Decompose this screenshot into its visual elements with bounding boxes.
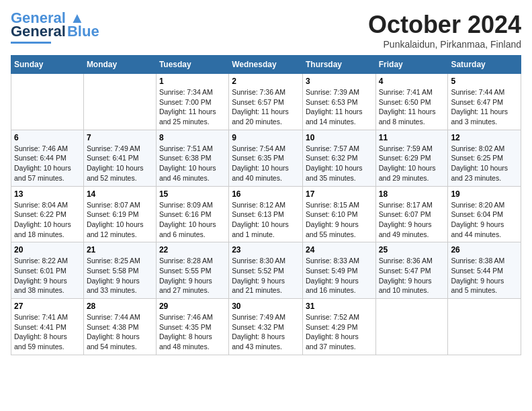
day-info: Sunrise: 8:12 AM Sunset: 6:13 PM Dayligh… <box>232 200 300 240</box>
day-number: 17 <box>306 189 373 199</box>
calendar-cell: 28Sunrise: 7:44 AM Sunset: 4:38 PM Dayli… <box>83 299 156 355</box>
day-number: 12 <box>451 133 518 142</box>
day-number: 6 <box>14 133 81 142</box>
day-info: Sunrise: 7:44 AM Sunset: 6:47 PM Dayligh… <box>451 87 518 127</box>
day-info: Sunrise: 8:07 AM Sunset: 6:19 PM Dayligh… <box>87 200 153 240</box>
calendar-cell: 3Sunrise: 7:39 AM Sunset: 6:53 PM Daylig… <box>302 74 375 130</box>
page-header: General ▲ General Blue October 2024 Punk… <box>11 11 521 50</box>
weekday-header-thursday: Thursday <box>302 56 375 74</box>
month-title: October 2024 <box>368 11 521 39</box>
day-info: Sunrise: 7:49 AM Sunset: 4:32 PM Dayligh… <box>232 312 300 352</box>
logo: General ▲ General Blue <box>11 11 99 44</box>
day-number: 16 <box>232 189 300 199</box>
calendar-cell: 2Sunrise: 7:36 AM Sunset: 6:57 PM Daylig… <box>229 74 303 130</box>
day-info: Sunrise: 7:49 AM Sunset: 6:41 PM Dayligh… <box>87 144 153 183</box>
day-number: 30 <box>232 302 300 311</box>
day-info: Sunrise: 8:15 AM Sunset: 6:10 PM Dayligh… <box>306 200 373 240</box>
calendar-cell <box>83 74 156 130</box>
title-block: October 2024 Punkalaidun, Pirkanmaa, Fin… <box>368 11 521 50</box>
calendar-cell: 12Sunrise: 8:02 AM Sunset: 6:25 PM Dayli… <box>448 130 521 186</box>
logo-general-word: General <box>11 23 66 40</box>
day-number: 11 <box>379 133 445 142</box>
day-info: Sunrise: 7:46 AM Sunset: 4:35 PM Dayligh… <box>159 312 226 352</box>
day-info: Sunrise: 8:09 AM Sunset: 6:16 PM Dayligh… <box>159 200 226 240</box>
day-info: Sunrise: 8:17 AM Sunset: 6:07 PM Dayligh… <box>379 200 445 240</box>
day-number: 27 <box>14 302 81 311</box>
calendar-cell: 1Sunrise: 7:34 AM Sunset: 7:00 PM Daylig… <box>156 74 228 130</box>
calendar-table: SundayMondayTuesdayWednesdayThursdayFrid… <box>11 55 521 355</box>
day-info: Sunrise: 8:38 AM Sunset: 5:44 PM Dayligh… <box>451 256 518 295</box>
day-info: Sunrise: 8:22 AM Sunset: 6:01 PM Dayligh… <box>14 256 81 295</box>
calendar-cell: 14Sunrise: 8:07 AM Sunset: 6:19 PM Dayli… <box>83 186 156 242</box>
calendar-cell: 27Sunrise: 7:41 AM Sunset: 4:41 PM Dayli… <box>11 299 84 355</box>
day-number: 9 <box>232 133 300 142</box>
calendar-cell <box>11 74 84 130</box>
day-info: Sunrise: 7:52 AM Sunset: 4:29 PM Dayligh… <box>306 312 373 352</box>
location-subtitle: Punkalaidun, Pirkanmaa, Finland <box>368 39 521 50</box>
day-info: Sunrise: 8:33 AM Sunset: 5:49 PM Dayligh… <box>306 256 373 295</box>
day-number: 21 <box>87 245 153 255</box>
calendar-cell: 30Sunrise: 7:49 AM Sunset: 4:32 PM Dayli… <box>229 299 303 355</box>
day-number: 28 <box>87 302 153 311</box>
day-number: 22 <box>159 245 226 255</box>
calendar-cell: 25Sunrise: 8:36 AM Sunset: 5:47 PM Dayli… <box>375 242 448 299</box>
weekday-header-wednesday: Wednesday <box>229 56 303 74</box>
day-info: Sunrise: 7:36 AM Sunset: 6:57 PM Dayligh… <box>232 87 300 127</box>
calendar-cell: 26Sunrise: 8:38 AM Sunset: 5:44 PM Dayli… <box>448 242 521 299</box>
day-number: 19 <box>451 189 518 199</box>
day-number: 7 <box>87 133 153 142</box>
calendar-cell: 8Sunrise: 7:51 AM Sunset: 6:38 PM Daylig… <box>156 130 228 186</box>
calendar-cell: 11Sunrise: 7:59 AM Sunset: 6:29 PM Dayli… <box>375 130 448 186</box>
calendar-cell: 7Sunrise: 7:49 AM Sunset: 6:41 PM Daylig… <box>83 130 156 186</box>
day-number: 18 <box>379 189 445 199</box>
day-number: 14 <box>87 189 153 199</box>
day-info: Sunrise: 7:41 AM Sunset: 4:41 PM Dayligh… <box>14 312 81 352</box>
calendar-cell: 16Sunrise: 8:12 AM Sunset: 6:13 PM Dayli… <box>229 186 303 242</box>
day-info: Sunrise: 8:04 AM Sunset: 6:22 PM Dayligh… <box>14 200 81 240</box>
day-number: 20 <box>14 245 81 255</box>
day-info: Sunrise: 7:41 AM Sunset: 6:50 PM Dayligh… <box>379 87 445 127</box>
calendar-cell <box>375 299 448 355</box>
weekday-header-row: SundayMondayTuesdayWednesdayThursdayFrid… <box>11 56 521 74</box>
day-number: 5 <box>451 77 518 86</box>
calendar-cell: 4Sunrise: 7:41 AM Sunset: 6:50 PM Daylig… <box>375 74 448 130</box>
day-info: Sunrise: 7:54 AM Sunset: 6:35 PM Dayligh… <box>232 144 300 183</box>
calendar-cell: 13Sunrise: 8:04 AM Sunset: 6:22 PM Dayli… <box>11 186 84 242</box>
day-info: Sunrise: 7:34 AM Sunset: 7:00 PM Dayligh… <box>159 87 226 127</box>
calendar-cell: 20Sunrise: 8:22 AM Sunset: 6:01 PM Dayli… <box>11 242 84 299</box>
day-info: Sunrise: 8:02 AM Sunset: 6:25 PM Dayligh… <box>451 144 518 183</box>
day-number: 15 <box>159 189 226 199</box>
day-number: 4 <box>379 77 445 86</box>
calendar-cell: 9Sunrise: 7:54 AM Sunset: 6:35 PM Daylig… <box>229 130 303 186</box>
day-number: 26 <box>451 245 518 255</box>
day-number: 24 <box>306 245 373 255</box>
day-info: Sunrise: 7:39 AM Sunset: 6:53 PM Dayligh… <box>306 87 373 127</box>
week-row-5: 27Sunrise: 7:41 AM Sunset: 4:41 PM Dayli… <box>11 299 521 355</box>
day-number: 13 <box>14 189 81 199</box>
calendar-cell: 6Sunrise: 7:46 AM Sunset: 6:44 PM Daylig… <box>11 130 84 186</box>
weekday-header-friday: Friday <box>375 56 448 74</box>
day-info: Sunrise: 7:46 AM Sunset: 6:44 PM Dayligh… <box>14 144 81 183</box>
calendar-cell: 17Sunrise: 8:15 AM Sunset: 6:10 PM Dayli… <box>302 186 375 242</box>
week-row-1: 1Sunrise: 7:34 AM Sunset: 7:00 PM Daylig… <box>11 74 521 130</box>
week-row-4: 20Sunrise: 8:22 AM Sunset: 6:01 PM Dayli… <box>11 242 521 299</box>
day-info: Sunrise: 8:20 AM Sunset: 6:04 PM Dayligh… <box>451 200 518 240</box>
day-number: 23 <box>232 245 300 255</box>
calendar-cell <box>448 299 521 355</box>
calendar-cell: 21Sunrise: 8:25 AM Sunset: 5:58 PM Dayli… <box>83 242 156 299</box>
day-info: Sunrise: 8:36 AM Sunset: 5:47 PM Dayligh… <box>379 256 445 295</box>
day-number: 25 <box>379 245 445 255</box>
calendar-cell: 29Sunrise: 7:46 AM Sunset: 4:35 PM Dayli… <box>156 299 228 355</box>
calendar-cell: 24Sunrise: 8:33 AM Sunset: 5:49 PM Dayli… <box>302 242 375 299</box>
calendar-cell: 18Sunrise: 8:17 AM Sunset: 6:07 PM Dayli… <box>375 186 448 242</box>
calendar-cell: 5Sunrise: 7:44 AM Sunset: 6:47 PM Daylig… <box>448 74 521 130</box>
day-number: 29 <box>159 302 226 311</box>
day-number: 31 <box>306 302 373 311</box>
weekday-header-tuesday: Tuesday <box>156 56 228 74</box>
weekday-header-monday: Monday <box>83 56 156 74</box>
logo-underline <box>11 42 51 44</box>
calendar-cell: 31Sunrise: 7:52 AM Sunset: 4:29 PM Dayli… <box>302 299 375 355</box>
day-number: 1 <box>159 77 226 86</box>
day-info: Sunrise: 8:30 AM Sunset: 5:52 PM Dayligh… <box>232 256 300 295</box>
day-number: 10 <box>306 133 373 142</box>
